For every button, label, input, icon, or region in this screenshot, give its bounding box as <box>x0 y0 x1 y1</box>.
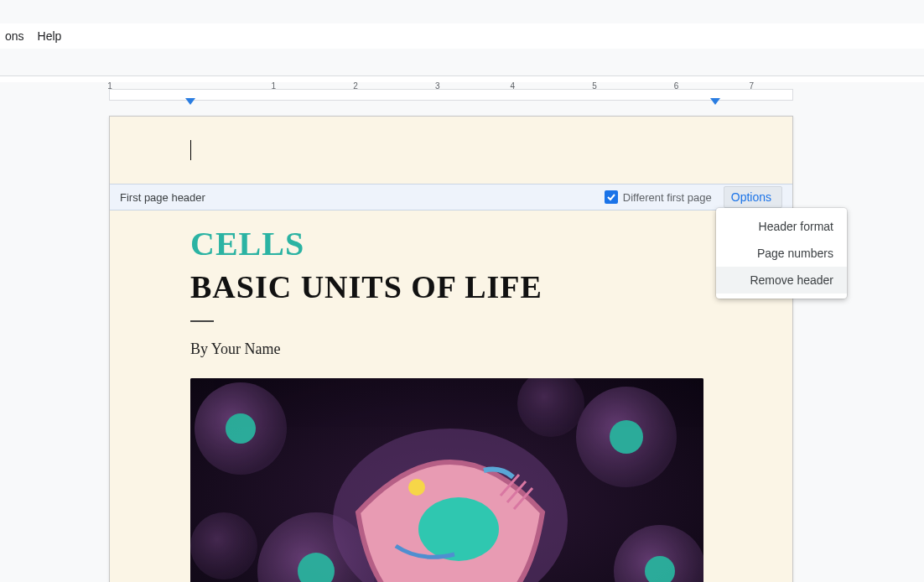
document-title-2: BASIC UNITS OF LIFE <box>190 268 712 305</box>
svg-point-11 <box>226 413 256 444</box>
horizontal-ruler[interactable]: 1 1 2 3 4 5 6 7 <box>0 82 924 107</box>
hero-image[interactable] <box>190 378 703 582</box>
editor-canvas: 1 1 2 3 4 5 6 7 First page header Differ… <box>0 82 924 582</box>
different-first-page-label: Different first page <box>623 191 712 204</box>
menu-item-page-numbers[interactable]: Page numbers <box>716 240 847 267</box>
ruler-number: 4 <box>510 82 515 91</box>
ruler-number: 7 <box>749 82 754 91</box>
document-byline: By Your Name <box>190 340 712 358</box>
page-header-area[interactable] <box>110 117 792 184</box>
menu-item-remove-header[interactable]: Remove header <box>716 267 847 294</box>
menu-item-header-format[interactable]: Header format <box>716 213 847 240</box>
document-title-1: CELLS <box>190 224 712 263</box>
svg-point-19 <box>190 512 257 579</box>
menu-item-help[interactable]: Help <box>31 26 69 46</box>
ruler-number: 1 <box>107 82 112 91</box>
header-strip-label: First page header <box>120 191 205 204</box>
svg-point-21 <box>418 497 499 561</box>
title-divider <box>190 320 214 322</box>
svg-point-22 <box>408 479 425 496</box>
header-strip: First page header Different first page O… <box>110 184 792 210</box>
ruler-number: 3 <box>435 82 440 91</box>
right-indent-marker[interactable] <box>710 98 720 105</box>
different-first-page-toggle[interactable]: Different first page <box>605 190 712 204</box>
left-indent-marker[interactable] <box>185 98 195 105</box>
cell-illustration-icon <box>190 378 703 582</box>
ruler-number: 2 <box>353 82 358 91</box>
document-body[interactable]: CELLS BASIC UNITS OF LIFE By Your Name <box>110 210 792 582</box>
svg-point-15 <box>610 420 643 454</box>
ruler-number: 6 <box>674 82 679 91</box>
checkbox-checked-icon <box>605 190 618 204</box>
document-page[interactable]: First page header Different first page O… <box>109 116 793 582</box>
menu-item-extensions[interactable]: ons <box>0 26 31 46</box>
text-cursor <box>190 140 191 160</box>
menu-bar: ons Help <box>0 23 924 49</box>
header-options-button[interactable]: Options <box>724 186 782 208</box>
ruler-number: 1 <box>272 82 277 91</box>
options-label: Options <box>731 190 771 204</box>
header-options-menu: Header format Page numbers Remove header <box>716 208 847 299</box>
ruler-number: 5 <box>592 82 597 91</box>
